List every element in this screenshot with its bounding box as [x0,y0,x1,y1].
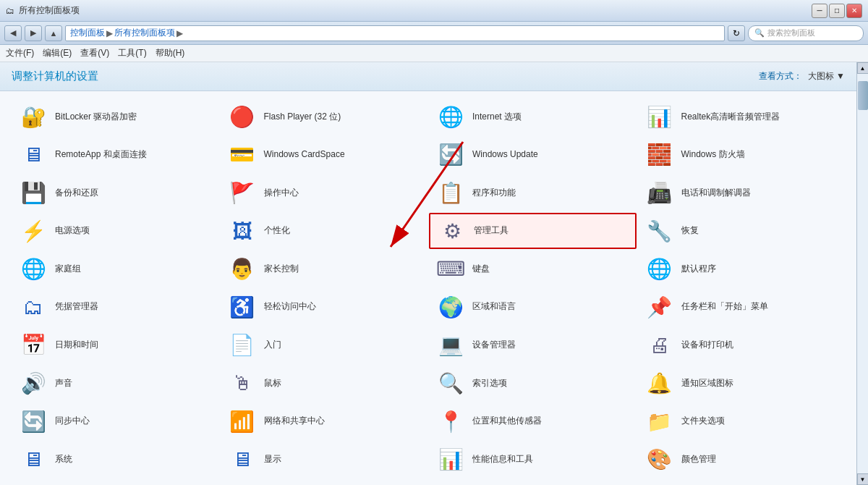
icon-label-realtek: Realtek高清晰音频管理器 [681,111,780,123]
icon-item-performance[interactable]: 📊性能信息和工具 [429,441,637,478]
icon-img-backup: 💾 [19,178,48,207]
search-box[interactable]: 🔍 搜索控制面板 [748,25,864,41]
icon-item-sound[interactable]: 🔊声音 [12,365,219,402]
icon-item-default-programs[interactable]: 🌐默认程序 [638,250,846,287]
icon-label-credential: 凭据管理器 [55,301,98,313]
address-path[interactable]: 控制面板 ▶ 所有控制面板项 ▶ [65,25,725,41]
icon-item-personalization[interactable]: 🖼个性化 [221,213,428,250]
icon-item-keyboard[interactable]: ⌨键盘 [429,250,637,287]
icon-label-admin-tools: 管理工具 [474,225,509,237]
icon-img-phone-modem: 📠 [645,178,674,207]
menu-view[interactable]: 查看(V) [80,47,109,59]
close-button[interactable]: ✕ [846,4,862,18]
forward-button[interactable]: ▶ [25,25,42,41]
icon-img-cardspace: 💳 [228,140,257,169]
icon-img-system: 🖥 [19,445,48,474]
icon-label-windows-firewall: Windows 防火墙 [681,149,745,161]
icon-item-cardspace[interactable]: 💳Windows CardSpace [221,137,428,174]
icon-label-network: 网络和共享中心 [264,416,325,427]
icon-item-realtek[interactable]: 📊Realtek高清晰音频管理器 [638,98,846,135]
icon-label-cardspace: Windows CardSpace [264,149,345,161]
menu-edit[interactable]: 编辑(E) [43,47,72,59]
icon-item-color-mgmt[interactable]: 🎨颜色管理 [638,441,846,478]
menu-bar: 文件(F) 编辑(E) 查看(V) 工具(T) 帮助(H) [0,45,868,62]
main-panel: 调整计算机的设置 查看方式： 大图标 ▼ 🔐BitLocker 驱动器加密🔴Fl… [0,62,856,485]
icon-item-windows-update[interactable]: 🔄Windows Update [429,137,637,174]
menu-tools[interactable]: 工具(T) [118,47,146,59]
menu-help[interactable]: 帮助(H) [156,47,185,59]
back-button[interactable]: ◀ [4,25,22,41]
view-mode[interactable]: 大图标 ▼ [808,70,845,83]
icon-item-phone-modem[interactable]: 📠电话和调制解调器 [638,174,846,211]
icon-label-performance: 性能信息和工具 [472,454,533,465]
icon-img-bitlocker: 🔐 [19,102,48,131]
icon-item-bitlocker[interactable]: 🔐BitLocker 驱动器加密 [12,98,219,135]
icon-img-personalization: 🖼 [228,216,257,245]
icon-label-date-time: 日期和时间 [55,340,98,351]
icon-label-folder-options: 文件夹选项 [681,416,725,427]
refresh-button[interactable]: ↻ [728,25,745,41]
icon-label-notify-icons: 通知区域图标 [681,378,733,389]
icon-label-keyboard: 键盘 [472,263,490,275]
icon-item-mouse[interactable]: 🖱鼠标 [221,365,428,402]
icon-item-internet-options[interactable]: 🌐Internet 选项 [429,98,637,135]
scrollbar[interactable]: ▲ ▼ [856,62,868,485]
up-button[interactable]: ▲ [45,25,62,41]
icon-item-credential[interactable]: 🗂凭据管理器 [12,289,219,326]
minimize-button[interactable]: ─ [812,4,827,18]
icon-item-action-center[interactable]: 🚩操作中心 [221,174,428,211]
icon-item-taskbar[interactable]: 📌任务栏和「开始」菜单 [638,289,846,326]
icon-label-sound: 声音 [55,378,72,389]
icon-item-folder-options[interactable]: 📁文件夹选项 [638,403,846,440]
icon-label-parental: 家长控制 [264,263,299,275]
icon-item-region[interactable]: 🌍区域和语言 [429,289,637,326]
icon-item-recovery[interactable]: 🔧恢复 [638,213,846,250]
icon-item-devices-printers[interactable]: 🖨设备和打印机 [638,327,846,364]
icon-item-power-options[interactable]: ⚡电源选项 [12,213,219,250]
icon-item-network[interactable]: 📶网络和共享中心 [221,403,428,440]
icon-item-indexing[interactable]: 🔍索引选项 [429,365,637,402]
icon-item-display[interactable]: 🖥显示 [221,441,428,478]
icon-item-windows-firewall[interactable]: 🧱Windows 防火墙 [638,137,846,174]
icon-item-parental[interactable]: 👨家长控制 [221,250,428,287]
icon-img-display: 🖥 [228,445,257,474]
scroll-down-button[interactable]: ▼ [857,473,869,485]
icon-item-location[interactable]: 📍位置和其他传感器 [429,403,637,440]
icon-item-backup[interactable]: 💾备份和还原 [12,174,219,211]
scroll-up-button[interactable]: ▲ [857,62,869,74]
icon-item-ease-access[interactable]: ♿轻松访问中心 [221,289,428,326]
icon-item-sync[interactable]: 🔄同步中心 [12,403,219,440]
icon-img-location: 📍 [436,407,465,436]
icon-item-device-manager[interactable]: 💻设备管理器 [429,327,637,364]
icon-img-credential: 🗂 [19,292,48,321]
scroll-thumb[interactable] [858,81,868,110]
icon-item-notify-icons[interactable]: 🔔通知区域图标 [638,365,846,402]
icon-img-sync: 🔄 [19,407,48,436]
panel-header: 调整计算机的设置 查看方式： 大图标 ▼ [0,62,856,91]
icon-img-taskbar: 📌 [645,292,674,321]
search-icon: 🔍 [754,28,765,38]
icon-img-parental: 👨 [228,255,257,284]
icon-label-homegroup: 家庭组 [55,263,81,275]
view-options: 查看方式： 大图标 ▼ [759,70,845,83]
menu-file[interactable]: 文件(F) [6,47,34,59]
icon-img-indexing: 🔍 [436,368,465,397]
icon-label-flash: Flash Player (32 位) [264,111,341,123]
icon-item-intro[interactable]: 📄入门 [221,327,428,364]
icon-item-remoteapp[interactable]: 🖥RemoteApp 和桌面连接 [12,137,219,174]
icon-item-homegroup[interactable]: 🌐家庭组 [12,250,219,287]
icon-item-flash[interactable]: 🔴Flash Player (32 位) [221,98,428,135]
icon-img-ease-access: ♿ [228,292,257,321]
maximize-button[interactable]: □ [829,4,845,18]
icon-item-admin-tools[interactable]: ⚙管理工具 [429,213,637,250]
icon-img-action-center: 🚩 [228,178,257,207]
icon-item-date-time[interactable]: 📅日期和时间 [12,327,219,364]
icon-item-programs[interactable]: 📋程序和功能 [429,174,637,211]
title-bar-left: 🗂 所有控制面板项 [6,4,80,17]
icon-img-default-programs: 🌐 [645,255,674,284]
icon-img-folder-options: 📁 [645,407,674,436]
icons-grid: 🔐BitLocker 驱动器加密🔴Flash Player (32 位)🌐Int… [0,91,856,485]
icon-img-devices-printers: 🖨 [645,331,674,360]
icon-img-network: 📶 [228,407,257,436]
icon-item-system[interactable]: 🖥系统 [12,441,219,478]
